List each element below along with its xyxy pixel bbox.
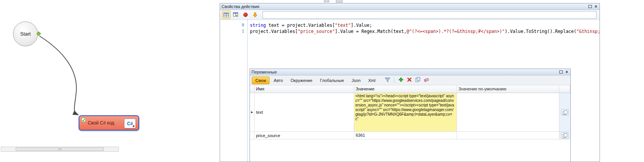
tab-Глобальные[interactable]: Глобальные <box>317 77 347 84</box>
copy-column-cell <box>559 132 570 139</box>
variables-panel: Переменные × СвоиАвтоОкружениеГлобальные… <box>250 69 571 162</box>
code-gutter: 01 <box>220 20 248 162</box>
flowchart-canvas[interactable]: Start Свой C# код C# <box>0 0 220 162</box>
delete-x-icon <box>407 77 412 82</box>
properties-title: Свойства действия <box>222 4 260 9</box>
csharp-icon-text: C# <box>127 121 133 126</box>
orange-down-arrow-icon <box>253 12 258 18</box>
line-number: 1 <box>220 28 244 34</box>
close-icon[interactable]: × <box>595 4 597 9</box>
row-selector-arrow: ▶ <box>251 111 253 114</box>
record-button[interactable] <box>241 11 250 19</box>
action-search-input[interactable] <box>263 11 596 19</box>
copy-value-button[interactable] <box>561 109 568 115</box>
row-gutter <box>250 132 255 139</box>
action-properties-panel: Свойства действия × <box>220 3 600 162</box>
csharp-icon: C# <box>124 119 136 128</box>
variables-actions <box>385 77 429 84</box>
table-pencil-icon <box>233 12 239 17</box>
table-row[interactable]: ▶text<html lang="ru"><head><script type=… <box>250 93 570 132</box>
dock-icon[interactable] <box>588 5 592 8</box>
code-editor[interactable]: 01 string text = project.Variables["text… <box>220 20 600 162</box>
variable-name-cell[interactable]: price_source <box>255 132 354 139</box>
copy-icon <box>563 133 567 137</box>
close-icon[interactable]: × <box>565 70 568 74</box>
tab-Авто[interactable]: Авто <box>270 77 286 84</box>
edit-table-button[interactable] <box>232 11 240 19</box>
properties-titlebar[interactable]: Свойства действия × <box>220 3 600 10</box>
row-gutter: ▶ <box>250 93 255 131</box>
copy-column-cell <box>559 93 570 131</box>
copy-icon <box>563 110 567 115</box>
add-variable-button[interactable] <box>398 77 404 84</box>
tab-Xml[interactable]: Xml <box>365 77 379 84</box>
tab-Свои[interactable]: Свои <box>252 77 269 84</box>
csharp-code-block[interactable]: Свой C# код C# <box>79 115 139 131</box>
copy-value-button[interactable] <box>561 133 568 139</box>
variables-title: Переменные <box>251 70 277 74</box>
variable-value-cell[interactable]: <html lang="ru"><head><script type="text… <box>354 93 457 131</box>
column-header-name[interactable]: Имя <box>255 85 354 93</box>
dock-icon[interactable] <box>559 70 563 74</box>
success-check-icon <box>81 117 86 124</box>
record-icon <box>243 12 248 17</box>
cropped-toolbar-icon[interactable] <box>324 0 329 2</box>
variable-default-cell[interactable] <box>457 93 559 131</box>
code-block-label: Свой C# код <box>88 120 114 126</box>
start-node[interactable]: Start <box>13 21 38 46</box>
filter-icon <box>385 77 390 82</box>
variables-table-body: ▶text<html lang="ru"><head><script type=… <box>250 93 570 162</box>
filter-button[interactable] <box>385 77 390 84</box>
duplicate-icon <box>415 77 421 82</box>
delete-variable-button[interactable] <box>407 77 412 84</box>
column-header-copy <box>559 85 570 93</box>
plus-icon <box>398 77 404 82</box>
grid-icon <box>223 13 229 17</box>
toolbar-separator <box>394 77 394 83</box>
variable-default-cell[interactable] <box>457 132 559 139</box>
variables-table-header: Имя Значение Значение по-умолчанию <box>250 85 570 93</box>
table-row[interactable]: price_source6361 <box>250 132 570 139</box>
variables-tabs: СвоиАвтоОкружениеГлобальныеJsonXml <box>250 75 570 85</box>
tab-Json[interactable]: Json <box>348 77 364 84</box>
column-header-value[interactable]: Значение <box>354 85 457 93</box>
code-line[interactable]: string text = project.Variables["text"].… <box>250 22 600 28</box>
duplicate-variable-button[interactable] <box>415 77 421 84</box>
column-header-default[interactable]: Значение по-умолчанию <box>457 85 559 93</box>
properties-toolbar <box>220 10 600 20</box>
code-line[interactable]: project.Variables["price_source"].Value … <box>250 28 600 34</box>
header-gutter <box>250 85 255 93</box>
app-window: Start Свой C# код C# Свойства действия <box>0 0 644 162</box>
horizontal-scrollbar[interactable] <box>1 147 119 152</box>
line-number: 0 <box>220 22 244 28</box>
tab-Окружение[interactable]: Окружение <box>287 77 316 84</box>
variable-value-cell[interactable]: 6361 <box>354 132 457 139</box>
view-grid-button[interactable] <box>222 11 230 19</box>
variable-name-cell[interactable]: text <box>255 93 354 131</box>
start-node-label: Start <box>20 31 31 37</box>
clear-variables-button[interactable] <box>424 77 429 84</box>
eraser-icon <box>424 77 429 82</box>
move-down-button[interactable] <box>251 11 259 19</box>
cropped-toolbar-icon[interactable] <box>336 0 343 3</box>
scrollbar-thumb[interactable] <box>16 147 104 151</box>
variables-titlebar[interactable]: Переменные × <box>250 69 570 75</box>
